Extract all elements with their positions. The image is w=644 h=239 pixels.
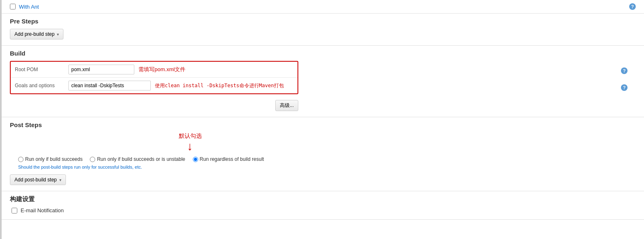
add-pre-build-step-label: Add pre-build step: [14, 31, 54, 37]
email-notification-row: E-mail Notification: [12, 207, 636, 213]
email-notification-checkbox[interactable]: [12, 208, 17, 213]
post-steps-hint: Should the post-build steps run only for…: [18, 165, 636, 169]
goals-annotation: 使用clean install -DskipTests命令进行Maven打包: [155, 82, 284, 89]
radio-option3-label[interactable]: Run regardless of build result: [193, 156, 264, 162]
default-annotation-text: 默认勾选: [179, 132, 202, 140]
radio-option1-label[interactable]: Run only if build succeeds: [18, 156, 82, 162]
radio-option2[interactable]: [90, 157, 95, 162]
root-pom-help-icon[interactable]: ?: [621, 67, 628, 74]
default-annotation-container: 默认勾选 ↓: [166, 132, 636, 152]
with-ant-section: With Ant ?: [2, 0, 644, 14]
root-pom-annotation: 需填写pom.xml文件: [138, 66, 185, 73]
jian-she-section: 构建设置 E-mail Notification: [2, 191, 644, 220]
radio-option3[interactable]: [193, 157, 198, 162]
radio-option1[interactable]: [18, 157, 23, 162]
advanced-row: 高级...: [10, 100, 298, 111]
with-ant-label: With Ant: [19, 4, 39, 10]
build-section: Build Root POM 需填写pom.xml文件 Goals and op…: [2, 46, 644, 117]
root-pom-input[interactable]: [68, 65, 134, 74]
radio-option1-text: Run only if build succeeds: [25, 156, 82, 162]
goals-input[interactable]: [68, 81, 151, 90]
radio-option3-text: Run regardless of build result: [200, 156, 264, 162]
add-pre-build-step-button[interactable]: Add pre-build step ▾: [10, 29, 63, 39]
add-post-build-step-label: Add post-build step: [14, 177, 57, 183]
goals-label: Goals and options: [15, 83, 68, 88]
add-post-build-step-button[interactable]: Add post-build step ▾: [10, 174, 66, 185]
pre-steps-title: Pre Steps: [10, 18, 636, 25]
add-pre-build-step-arrow: ▾: [57, 32, 59, 37]
add-post-build-step-arrow: ▾: [59, 178, 61, 182]
advanced-button[interactable]: 高级...: [275, 100, 298, 111]
root-pom-label: Root POM: [15, 67, 68, 72]
build-box: Root POM 需填写pom.xml文件 Goals and options …: [10, 61, 298, 94]
default-annotation-arrow: ↓: [187, 141, 193, 152]
radio-option2-label[interactable]: Run only if build succeeds or is unstabl…: [90, 156, 185, 162]
jian-she-title: 构建设置: [10, 195, 636, 203]
pre-steps-section: Pre Steps Add pre-build step ▾: [2, 14, 644, 46]
with-ant-help-icon[interactable]: ?: [629, 3, 636, 10]
goals-help-icon[interactable]: ?: [621, 84, 628, 91]
post-steps-section: Post Steps 默认勾选 ↓ Run only if build succ…: [2, 117, 644, 191]
build-title: Build: [10, 50, 636, 57]
radio-options-row: Run only if build succeeds Run only if b…: [18, 156, 636, 162]
email-notification-label: E-mail Notification: [21, 207, 64, 213]
root-pom-row: Root POM 需填写pom.xml文件: [11, 62, 297, 78]
radio-option2-text: Run only if build succeeds or is unstabl…: [97, 156, 185, 162]
with-ant-checkbox[interactable]: [10, 4, 16, 9]
goals-row: Goals and options 使用clean install -Dskip…: [11, 78, 297, 93]
post-steps-title: Post Steps: [10, 121, 636, 128]
